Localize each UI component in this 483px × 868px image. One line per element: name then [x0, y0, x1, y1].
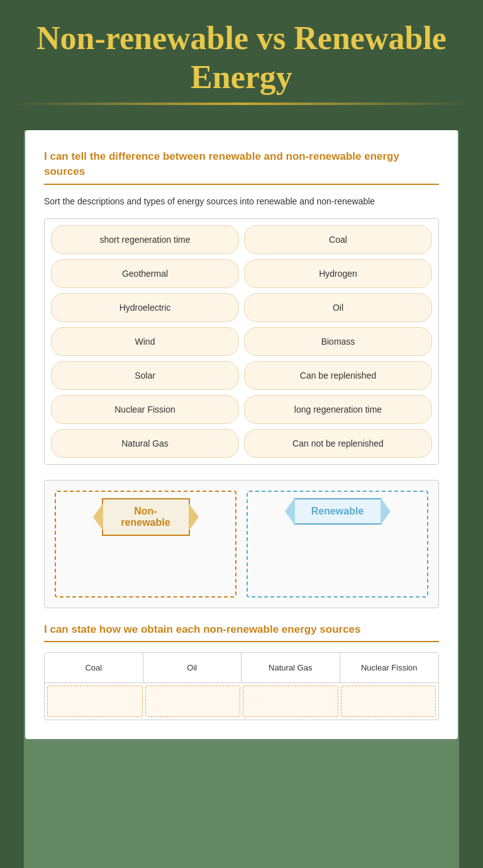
table-cell-empty[interactable] [145, 686, 241, 717]
list-item[interactable]: Solar [51, 361, 239, 390]
section1-title: I can tell the difference between renewa… [44, 149, 439, 186]
table-cell-coal: Coal [45, 653, 143, 682]
list-item[interactable]: Coal [244, 225, 432, 254]
renewable-label-wrapper: Renewable [254, 498, 421, 525]
list-item[interactable]: Oil [244, 293, 432, 322]
nonrenewable-ribbon-label: Non-renewable [102, 498, 190, 536]
table-cell-empty[interactable] [243, 686, 338, 717]
table-cell-oil: Oil [143, 653, 242, 682]
list-item[interactable]: Natural Gas [51, 429, 239, 458]
list-item[interactable]: Nuclear Fission [51, 395, 239, 424]
nonrenewable-label-wrapper: Non-renewable [62, 498, 229, 536]
nonrenewable-sources-table: Coal Oil Natural Gas Nuclear Fission [44, 652, 439, 720]
table-cell-naturalgas: Natural Gas [242, 653, 340, 682]
main-content: I can tell the difference between renewa… [25, 130, 458, 740]
list-item[interactable]: Wind [51, 327, 239, 356]
table-cell-empty[interactable] [341, 686, 436, 717]
table-cell-empty[interactable] [47, 686, 143, 717]
items-grid: short regeneration time Coal Geothermal … [44, 218, 439, 465]
list-item[interactable]: Hydrogen [244, 259, 432, 288]
instruction-text: Sort the descriptions and types of energ… [44, 195, 439, 208]
drop-zones-container: Non-renewable Renewable [44, 480, 439, 608]
table-row: Coal Oil Natural Gas Nuclear Fission [45, 653, 438, 683]
list-item[interactable]: Geothermal [51, 259, 239, 288]
list-item[interactable]: Can be replenished [244, 361, 432, 390]
header-divider [13, 103, 470, 105]
list-item[interactable]: Hydroelectric [51, 293, 239, 322]
section2-title: I can state how we obtain each non-renew… [44, 623, 439, 642]
table-row-empty [45, 683, 438, 720]
renewable-ribbon-label: Renewable [294, 498, 382, 525]
nonrenewable-drop-zone[interactable]: Non-renewable [55, 491, 236, 598]
list-item[interactable]: long regeneration time [244, 395, 432, 424]
header: Non-renewable vs Renewable Energy [0, 0, 483, 130]
list-item[interactable]: short regeneration time [51, 225, 239, 254]
list-item[interactable]: Biomass [244, 327, 432, 356]
list-item[interactable]: Can not be replenished [244, 429, 432, 458]
page-title: Non-renewable vs Renewable Energy [13, 19, 470, 97]
table-cell-nuclearfission: Nuclear Fission [340, 653, 439, 682]
renewable-drop-zone[interactable]: Renewable [247, 491, 428, 598]
